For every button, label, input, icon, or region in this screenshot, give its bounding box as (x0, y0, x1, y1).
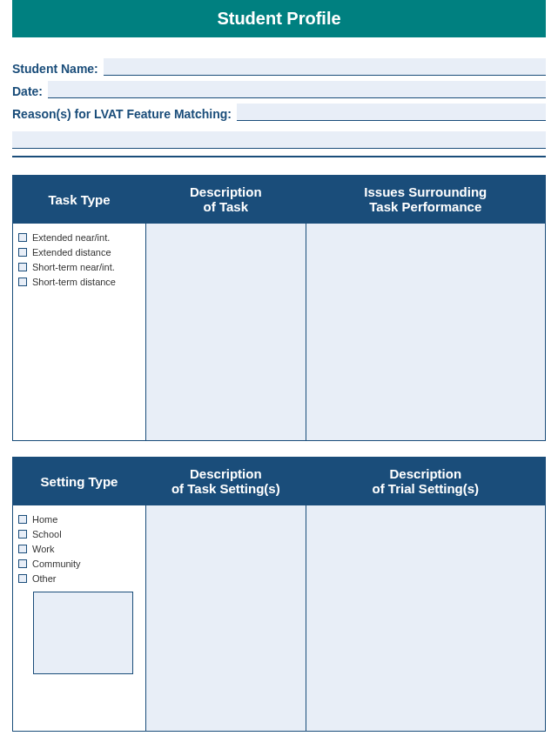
checkbox-row: Extended distance (18, 247, 140, 258)
reasons-row: Reason(s) for LVAT Feature Matching: (12, 104, 546, 121)
checkbox-shortterm-distance[interactable] (18, 278, 27, 286)
checkbox-label: Work (32, 544, 54, 554)
trial-setting-cell[interactable] (306, 505, 545, 732)
checkbox-label: Other (32, 573, 57, 584)
description-of-task-header: Description of Task (146, 176, 306, 224)
date-row: Date: (12, 81, 546, 98)
checkbox-label: Short-term near/int. (32, 262, 115, 272)
issues-header: Issues Surrounding Task Performance (306, 176, 545, 224)
student-name-label: Student Name: (12, 62, 98, 76)
checkbox-row: Short-term near/int. (18, 262, 140, 272)
checkbox-work[interactable] (18, 545, 27, 553)
checkbox-label: Community (32, 559, 81, 569)
trial-setting-header: Description of Trial Setting(s) (306, 458, 545, 505)
page-title-banner: Student Profile (12, 0, 546, 37)
checkbox-row: Other (18, 573, 140, 584)
task-type-cell: Extended near/int. Extended distance Sho… (13, 224, 146, 441)
checkbox-label: Short-term distance (32, 277, 116, 287)
checkbox-label: School (32, 529, 62, 539)
date-input[interactable] (48, 81, 546, 98)
student-name-row: Student Name: (12, 58, 546, 76)
reasons-line2-input[interactable] (12, 131, 546, 149)
description-of-task-cell[interactable] (146, 224, 306, 441)
checkbox-extended-near[interactable] (18, 233, 27, 242)
checkbox-home[interactable] (18, 515, 27, 524)
checkbox-row: School (18, 529, 140, 539)
checkbox-community[interactable] (18, 559, 27, 568)
task-type-table: Task Type Description of Task Issues Sur… (12, 175, 546, 441)
checkbox-shortterm-near[interactable] (18, 263, 27, 271)
checkbox-label: Extended near/int. (32, 232, 110, 243)
checkbox-row: Home (18, 514, 140, 525)
checkbox-school[interactable] (18, 530, 27, 539)
form-fields-section: Student Name: Date: Reason(s) for LVAT F… (12, 58, 546, 157)
setting-type-header: Setting Type (13, 458, 146, 505)
page-title: Student Profile (217, 9, 340, 28)
setting-type-table: Setting Type Description of Task Setting… (12, 457, 546, 732)
checkbox-other[interactable] (18, 574, 27, 583)
checkbox-row: Community (18, 559, 140, 569)
setting-type-cell: Home School Work Community Other (13, 505, 146, 732)
date-label: Date: (12, 84, 43, 98)
reasons-input[interactable] (237, 104, 546, 121)
other-textarea[interactable] (33, 592, 133, 674)
checkbox-label: Extended distance (32, 247, 111, 258)
checkbox-label: Home (32, 514, 57, 525)
reasons-label: Reason(s) for LVAT Feature Matching: (12, 107, 232, 121)
checkbox-row: Extended near/int. (18, 232, 140, 243)
task-setting-cell[interactable] (146, 505, 306, 732)
student-name-input[interactable] (104, 58, 546, 76)
divider-line (12, 149, 546, 157)
checkbox-extended-distance[interactable] (18, 248, 27, 257)
task-setting-header: Description of Task Setting(s) (146, 458, 306, 505)
checkbox-row: Work (18, 544, 140, 554)
issues-cell[interactable] (306, 224, 545, 441)
task-type-header: Task Type (13, 176, 146, 224)
checkbox-row: Short-term distance (18, 277, 140, 287)
